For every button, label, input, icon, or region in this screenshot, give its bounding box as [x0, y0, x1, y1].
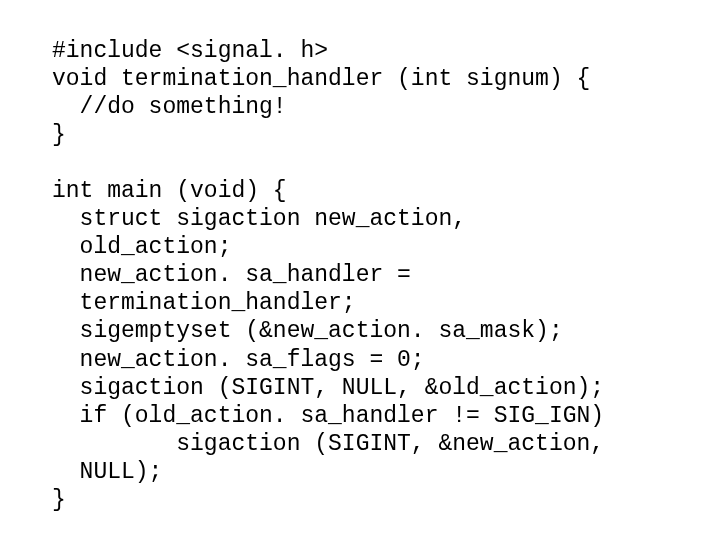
code-snippet: #include <signal. h> void termination_ha…	[0, 23, 720, 514]
